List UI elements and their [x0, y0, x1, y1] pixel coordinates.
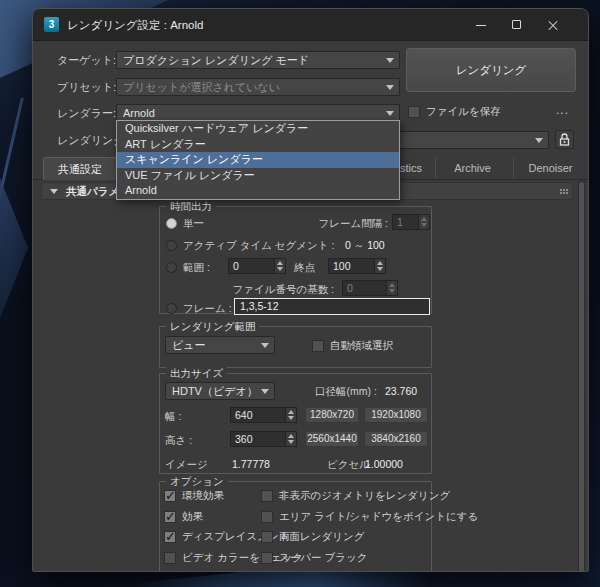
pixel-aspect-value: 1.00000	[365, 458, 403, 470]
area-to-render-dropdown[interactable]: ビュー	[165, 336, 275, 354]
radio-frames[interactable]	[166, 303, 177, 314]
wallpaper-streak	[0, 178, 28, 318]
title-bar[interactable]: 3 レンダリング設定 : Arnold	[33, 9, 588, 41]
dropdown-arrow-icon	[261, 389, 269, 394]
maximize-button[interactable]	[499, 9, 535, 41]
size-button-3840x2160[interactable]: 3840x2160	[364, 431, 428, 447]
minimize-icon	[476, 25, 486, 26]
file-number-base-label: ファイル番号の基数 :	[200, 283, 334, 297]
spinner-arrows-icon[interactable]	[274, 259, 285, 273]
file-options-button[interactable]: ...	[556, 103, 569, 117]
dropdown-arrow-icon	[386, 111, 394, 116]
aperture-width-value: 23.760	[385, 385, 417, 397]
output-size-group: 出力サイズ HDTV（ビデオ） 口径幅(mm) : 23.760 幅 : 640…	[159, 373, 432, 474]
radio-active-time-segment[interactable]	[166, 240, 177, 251]
area-to-render-group: レンダリング範囲 ビュー 自動領域選択	[159, 326, 432, 368]
desktop: 3 レンダリング設定 : Arnold ターゲット: プロダクション レンダリン…	[0, 0, 600, 587]
spinner-arrows-icon[interactable]	[285, 432, 296, 446]
preset-label: プリセット:	[57, 78, 116, 96]
checkbox[interactable]	[164, 490, 176, 502]
tab-common[interactable]: 共通設定	[43, 157, 117, 180]
menu-item-scanline-renderer[interactable]: スキャンライン レンダラー	[117, 152, 399, 168]
pixel-aspect-label: ピクセル	[327, 458, 370, 472]
target-label: ターゲット:	[57, 51, 116, 69]
checkbox-displacement[interactable]: ディスプレイスメント	[164, 530, 261, 544]
viewport-lock-button[interactable]	[555, 130, 574, 149]
every-nth-spinner[interactable]: 1	[392, 214, 430, 230]
menu-item-vue-file-renderer[interactable]: VUE ファイル レンダラー	[117, 168, 399, 184]
active-segment-range: 0 ～ 100	[345, 239, 385, 253]
dropdown-arrow-icon	[386, 85, 394, 90]
close-button[interactable]	[535, 9, 571, 41]
range-start-spinner[interactable]: 0	[228, 258, 286, 274]
checkbox-field-render[interactable]: フィールド レンダリング	[164, 571, 261, 572]
range-end-spinner[interactable]: 100	[328, 258, 386, 274]
window-title: レンダリング設定 : Arnold	[67, 18, 203, 33]
frames-label: フレーム :	[183, 302, 232, 316]
height-label: 高さ :	[165, 434, 192, 448]
checkbox[interactable]	[261, 490, 273, 502]
checkbox-effects[interactable]: 効果	[164, 510, 261, 524]
3dsmax-app-icon: 3	[44, 17, 59, 32]
menu-item-arnold[interactable]: Arnold	[117, 183, 399, 199]
save-file-checkbox[interactable]: ファイルを保存	[408, 105, 501, 119]
dropdown-arrow-icon	[386, 58, 394, 63]
preset-dropdown[interactable]: プリセットが選択されていない	[116, 78, 400, 96]
spinner-arrows-icon[interactable]	[285, 408, 296, 422]
active-segment-label: アクティブ タイム セグメント :	[183, 239, 334, 253]
dropdown-arrow-icon	[535, 138, 543, 143]
checkbox-render-hidden-geometry[interactable]: 非表示のジオメトリをレンダリング	[261, 489, 478, 503]
checkbox[interactable]	[164, 531, 176, 543]
size-button-2560x1440[interactable]: 2560x1440	[305, 431, 359, 447]
frames-input[interactable]: 1,3,5-12	[234, 298, 430, 315]
time-output-group: 時間出力 単一 フレーム間隔 : 1 アクティブ タイム セグメント : 0 ～…	[159, 206, 432, 314]
spinner-arrows-icon[interactable]	[418, 215, 429, 229]
tab-archive[interactable]: Archive	[435, 157, 509, 179]
checkbox-area-lights-as-points[interactable]: エリア ライト/シャドウをポイントにする	[261, 510, 478, 524]
target-dropdown[interactable]: プロダクション レンダリング モード	[116, 51, 400, 69]
output-size-preset-dropdown[interactable]: HDTV（ビデオ）	[165, 382, 275, 400]
checkbox-force-2-sided[interactable]: 両面レンダリング	[261, 530, 478, 544]
radio-single[interactable]	[166, 218, 177, 229]
render-button[interactable]: レンダリング	[406, 48, 576, 92]
aperture-width-label: 口径幅(mm) :	[315, 385, 377, 399]
checkbox[interactable]	[164, 511, 176, 523]
maximize-icon	[512, 20, 521, 29]
checkbox[interactable]	[261, 531, 273, 543]
auto-region-checkbox[interactable]: 自動領域選択	[312, 339, 393, 353]
checkbox[interactable]	[408, 106, 420, 118]
size-button-1280x720[interactable]: 1280x720	[305, 407, 359, 423]
tab-denoiser[interactable]: Denoiser	[513, 157, 587, 179]
spinner-arrows-icon[interactable]	[374, 259, 385, 273]
menu-item-art-renderer[interactable]: ART レンダラー	[117, 137, 399, 153]
scrollbar-thumb[interactable]	[579, 182, 584, 572]
range-label: 範囲 :	[183, 261, 210, 275]
image-aspect-label: イメージ	[165, 458, 208, 472]
checkbox[interactable]	[261, 511, 273, 523]
every-nth-label: フレーム間隔 :	[278, 217, 388, 231]
checkbox[interactable]	[164, 552, 176, 564]
renderer-label: レンダラー:	[57, 104, 116, 122]
size-button-1920x1080[interactable]: 1920x1080	[364, 407, 428, 423]
spinner-arrows-icon[interactable]	[386, 281, 397, 295]
panel-grip-icon	[560, 189, 562, 191]
height-spinner[interactable]: 360	[230, 431, 297, 447]
range-to-label: 終点	[294, 261, 315, 275]
checkbox-super-black[interactable]: スーパー ブラック	[261, 551, 478, 565]
file-number-base-spinner[interactable]: 0	[342, 280, 398, 296]
checkbox[interactable]	[261, 552, 273, 564]
wallpaper-streak	[0, 98, 24, 245]
image-aspect-value: 1.77778	[232, 458, 270, 470]
renderer-dropdown-menu: Quicksilver ハードウェア レンダラー ART レンダラー スキャンラ…	[116, 120, 400, 200]
menu-item-quicksilver[interactable]: Quicksilver ハードウェア レンダラー	[117, 121, 399, 137]
width-spinner[interactable]: 640	[230, 407, 297, 423]
vertical-scrollbar[interactable]	[578, 181, 585, 572]
checkbox[interactable]	[312, 340, 324, 352]
checkbox-atmospherics[interactable]: 環境効果	[164, 489, 261, 503]
dropdown-arrow-icon	[261, 343, 269, 348]
minimize-button[interactable]	[463, 9, 499, 41]
single-label: 単一	[183, 217, 204, 231]
checkbox-video-color-check[interactable]: ビデオ カラーをチェック	[164, 551, 261, 565]
radio-range[interactable]	[166, 262, 177, 273]
lock-icon	[559, 133, 570, 146]
